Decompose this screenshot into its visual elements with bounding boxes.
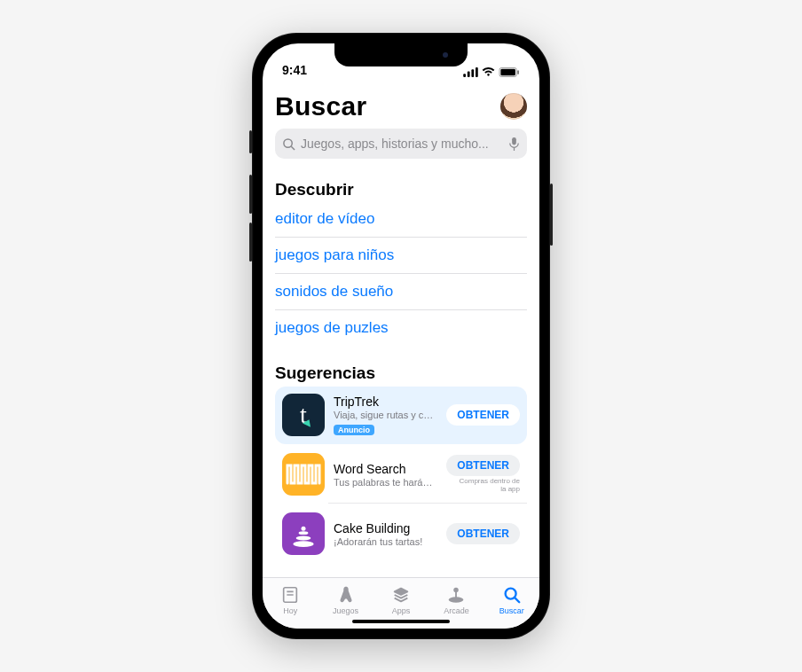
tab-label: Apps [392,606,411,615]
discover-item[interactable]: juegos de puzles [275,309,527,346]
svg-point-21 [505,588,515,598]
apps-icon [391,585,411,605]
app-meta: Word Search Tus palabras te harán ganar. [334,462,437,488]
tab-games[interactable]: Juegos [318,578,373,621]
iap-label: Compras dentro de la app [456,478,520,494]
tab-search[interactable]: Buscar [484,578,539,621]
discover-heading: Descubrir [275,180,527,199]
microphone-icon[interactable] [508,137,520,152]
app-icon-cakebuilding [282,512,325,555]
app-icon-triptrek: t [282,394,325,436]
power-button [550,184,553,246]
suggestions-section: Sugerencias t TripTrek Viaja, sigue ruta… [275,363,527,563]
wifi-icon [482,67,495,77]
svg-point-12 [296,536,311,541]
notch [334,43,468,66]
app-subtitle: Tus palabras te harán ganar. [334,477,437,488]
svg-point-11 [293,541,313,547]
battery-icon [499,67,520,77]
games-icon [336,585,356,605]
search-icon [282,137,295,151]
app-icon-wordsearch [282,453,325,496]
wordsearch-glyph [282,453,325,496]
page-title: Buscar [275,91,367,121]
svg-rect-2 [471,69,474,77]
mute-switch [249,130,252,153]
app-name: Word Search [334,462,437,476]
suggestions-heading: Sugerencias [275,363,527,383]
tab-arcade[interactable]: Arcade [429,578,484,621]
svg-line-22 [515,598,519,602]
svg-rect-1 [468,72,470,77]
svg-rect-5 [500,69,515,75]
today-icon [280,585,300,605]
page-header: Buscar [275,91,527,121]
search-tab-icon [502,585,522,605]
status-indicators [463,67,520,77]
discover-list: editor de vídeo juegos para niños sonido… [275,203,527,346]
arcade-icon [446,585,466,605]
volume-up-button [249,175,252,214]
get-button[interactable]: OBTENER [446,523,520,544]
svg-point-20 [454,587,460,592]
app-action: OBTENER [446,404,520,426]
svg-rect-9 [512,137,516,145]
app-action: OBTENER Compras dentro de la app [446,455,520,494]
suggestion-card[interactable]: Cake Building ¡Adorarán tus tartas! OBTE… [275,505,527,563]
ad-badge: Anuncio [334,425,374,435]
tab-label: Hoy [283,606,297,615]
app-subtitle: ¡Adorarán tus tartas! [334,536,437,547]
app-name: TripTrek [334,395,437,409]
cake-glyph [286,516,321,551]
discover-item[interactable]: juegos para niños [275,237,527,273]
get-button[interactable]: OBTENER [446,455,520,476]
phone-frame: 9:41 Buscar Descubrir editor de vídeo ju… [252,33,550,639]
volume-down-button [249,223,252,262]
svg-point-14 [302,527,306,531]
svg-rect-3 [476,67,478,77]
tab-label: Buscar [499,606,524,615]
tab-apps[interactable]: Apps [373,578,429,621]
search-input[interactable] [301,137,503,151]
screen: 9:41 Buscar Descubrir editor de vídeo ju… [263,43,539,629]
app-name: Cake Building [334,521,437,535]
discover-item[interactable]: editor de vídeo [275,203,527,237]
tab-label: Arcade [444,606,469,615]
app-subtitle: Viaja, sigue rutas y comparte. [334,410,437,420]
discover-item[interactable]: sonidos de sueño [275,273,527,309]
cellular-icon [463,67,478,77]
suggestion-card[interactable]: Word Search Tus palabras te harán ganar.… [275,446,527,504]
get-button[interactable]: OBTENER [446,404,520,426]
app-meta: Cake Building ¡Adorarán tus tartas! [334,521,437,547]
content: Buscar Descubrir editor de vídeo juegos … [263,79,539,577]
home-indicator[interactable] [352,620,450,623]
status-time: 9:41 [282,63,307,77]
svg-rect-6 [517,70,519,74]
tab-label: Juegos [333,606,358,615]
search-field[interactable] [275,129,527,159]
app-action: OBTENER [446,523,520,544]
svg-line-8 [291,146,295,150]
app-meta: TripTrek Viaja, sigue rutas y comparte. … [334,395,437,436]
svg-point-7 [284,138,292,146]
account-avatar[interactable] [500,93,527,120]
suggestion-card[interactable]: t TripTrek Viaja, sigue rutas y comparte… [275,387,527,444]
tab-today[interactable]: Hoy [263,578,318,621]
svg-point-13 [299,531,309,535]
svg-rect-0 [463,74,466,77]
